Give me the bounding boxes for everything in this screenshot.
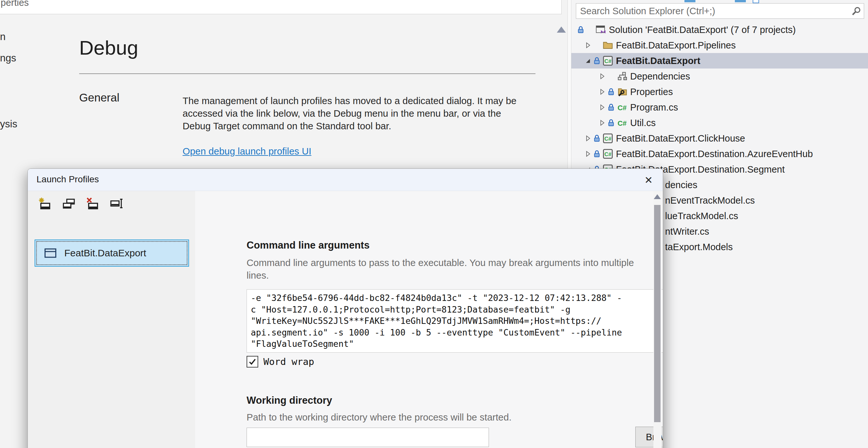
command-line-arguments-textarea[interactable]: -e "32f6be54-6796-44dd-bc82-f4824b0da13c… bbox=[247, 289, 663, 353]
tree-row-label: lueTrackModel.cs bbox=[665, 211, 738, 221]
csproj-icon: C# bbox=[602, 55, 613, 66]
svg-text:C#: C# bbox=[618, 119, 627, 127]
properties-icon bbox=[617, 86, 627, 97]
rename-profile-icon bbox=[110, 197, 123, 212]
lock-icon bbox=[593, 41, 601, 50]
chevron-collapsed-icon[interactable] bbox=[598, 72, 606, 81]
duplicate-profile-button[interactable] bbox=[61, 197, 76, 212]
debug-description: The management of launch profiles has mo… bbox=[183, 94, 530, 132]
tree-row-clipped[interactable]: taExport.Models bbox=[665, 239, 868, 255]
profile-list-panel: FeatBit.DataExport bbox=[28, 191, 195, 448]
csfile-icon: C# bbox=[617, 102, 627, 113]
delete-profile-icon bbox=[86, 197, 99, 212]
command-line-text: -e "32f6be54-6796-44dd-bc82-f4824b0da13c… bbox=[251, 292, 663, 304]
dialog-titlebar[interactable]: Launch Profiles ✕ bbox=[28, 169, 663, 191]
tree-row-label: taExport.Models bbox=[665, 242, 733, 252]
scroll-up-icon[interactable] bbox=[557, 27, 566, 33]
chevron-collapsed-icon[interactable] bbox=[584, 150, 592, 158]
tree-row-label: FeatBit.DataExport.ClickHouse bbox=[616, 133, 745, 144]
tree-row-label: Solution 'FeatBit.DataExport' (7 of 7 pr… bbox=[609, 25, 796, 35]
dialog-title: Launch Profiles bbox=[36, 174, 99, 185]
chevron-collapsed-icon[interactable] bbox=[584, 41, 592, 50]
toolbar-fragment bbox=[753, 0, 759, 3]
chevron-collapsed-icon[interactable] bbox=[598, 88, 606, 96]
tree-row-label: Util.cs bbox=[630, 118, 656, 128]
command-line-text: "FlagValueToSegment" bbox=[251, 338, 663, 350]
properties-nav-item-fragment[interactable]: ngs bbox=[0, 52, 16, 64]
svg-text:C#: C# bbox=[604, 151, 612, 157]
breadcrumb-bar: perties bbox=[0, 0, 562, 14]
tree-row-label: FeatBit.DataExport.Pipelines bbox=[616, 40, 736, 51]
word-wrap-row: Word wrap bbox=[247, 355, 314, 368]
delete-profile-button[interactable] bbox=[85, 197, 100, 212]
profile-toolbar bbox=[37, 197, 124, 212]
svg-text:C#: C# bbox=[604, 58, 612, 64]
word-wrap-label: Word wrap bbox=[264, 356, 314, 367]
profile-list: FeatBit.DataExport bbox=[35, 240, 189, 267]
close-icon[interactable]: ✕ bbox=[641, 173, 656, 187]
folder-icon bbox=[602, 40, 613, 51]
lock-icon bbox=[607, 88, 615, 96]
properties-nav-item-fragment[interactable]: n bbox=[0, 31, 5, 43]
new-profile-button[interactable] bbox=[37, 197, 52, 212]
search-icon[interactable] bbox=[851, 6, 861, 17]
page-title: Debug bbox=[79, 36, 138, 59]
tree-row-label: FeatBit.DataExport bbox=[616, 56, 700, 66]
command-line-text: c "Host=127.0.0.1;Protocol=http;Port=812… bbox=[251, 304, 663, 316]
tree-row[interactable]: FeatBit.DataExport.Pipelines bbox=[571, 37, 868, 53]
csproj-icon: C# bbox=[602, 133, 613, 144]
dependencies-icon bbox=[617, 71, 627, 82]
tree-row-label: Properties bbox=[630, 87, 673, 97]
rename-profile-button[interactable] bbox=[109, 197, 124, 212]
chevron-collapsed-icon[interactable] bbox=[598, 103, 606, 112]
open-launch-profiles-link[interactable]: Open debug launch profiles UI bbox=[183, 146, 312, 157]
scroll-up-icon[interactable] bbox=[654, 194, 661, 199]
scrollbar-thumb[interactable] bbox=[654, 205, 660, 422]
chevron-collapsed-icon[interactable] bbox=[584, 134, 592, 143]
tree-row-label: dencies bbox=[665, 180, 698, 190]
tree-row[interactable]: Dependencies bbox=[571, 68, 868, 84]
csproj-icon: C# bbox=[602, 148, 613, 159]
tree-row-label: nEventTrackModel.cs bbox=[665, 195, 755, 206]
tree-row[interactable]: C#FeatBit.DataExport.ClickHouse bbox=[571, 130, 868, 146]
lock-icon bbox=[607, 119, 615, 127]
lock-icon bbox=[593, 134, 601, 143]
tree-row-clipped[interactable]: ntWriter.cs bbox=[665, 224, 868, 239]
tree-row[interactable]: C#FeatBit.DataExport bbox=[571, 53, 868, 68]
tree-row[interactable]: C#FeatBit.DataExport.Destination.AzureEv… bbox=[571, 146, 868, 161]
chevron-collapsed-icon[interactable] bbox=[598, 119, 606, 127]
csfile-icon: C# bbox=[617, 117, 627, 128]
properties-nav-item-fragment[interactable]: ysis bbox=[0, 118, 17, 130]
lock-icon bbox=[593, 150, 601, 158]
toolbar-fragment bbox=[684, 0, 695, 2]
tree-row-clipped[interactable]: lueTrackModel.cs bbox=[665, 208, 868, 224]
working-directory-description: Path to the working directory where the … bbox=[247, 411, 663, 423]
tree-row[interactable]: C#Program.cs bbox=[571, 99, 868, 115]
command-line-text: api.segment.io" -s 1000 -i 100 -b 5 --ev… bbox=[251, 327, 663, 338]
lock-icon bbox=[577, 26, 585, 34]
lock-icon bbox=[607, 72, 615, 81]
tree-row-label: FeatBit.DataExport.Destination.AzureEven… bbox=[616, 149, 813, 159]
working-directory-input[interactable] bbox=[247, 428, 489, 447]
dialog-scrollbar[interactable] bbox=[653, 191, 661, 448]
tree-row[interactable]: Solution 'FeatBit.DataExport' (7 of 7 pr… bbox=[571, 22, 868, 37]
tree-row[interactable]: Properties bbox=[571, 84, 868, 99]
word-wrap-checkbox[interactable] bbox=[247, 356, 258, 367]
tree-row[interactable]: C#Util.cs bbox=[571, 115, 868, 130]
solution-icon bbox=[595, 24, 606, 35]
search-box bbox=[576, 3, 864, 19]
profile-settings-panel: Command line arguments Command line argu… bbox=[195, 191, 663, 448]
launch-profiles-dialog: Launch Profiles ✕ FeatBit.DataExport Com… bbox=[28, 169, 663, 448]
chevron-expanded-icon[interactable] bbox=[584, 57, 592, 65]
lock-icon bbox=[607, 103, 615, 112]
search-input[interactable] bbox=[580, 4, 839, 19]
spacer bbox=[586, 26, 594, 34]
tree-row-clipped[interactable]: dencies bbox=[665, 177, 868, 192]
tree-row-label: Dependencies bbox=[630, 71, 690, 82]
command-line-arguments-description: Command line arguments to pass to the ex… bbox=[247, 256, 647, 281]
new-profile-icon bbox=[38, 197, 52, 212]
profile-list-item[interactable]: FeatBit.DataExport bbox=[35, 240, 189, 267]
breadcrumb: perties bbox=[1, 0, 29, 8]
profile-item-label: FeatBit.DataExport bbox=[64, 247, 146, 259]
tree-row-clipped[interactable]: nEventTrackModel.cs bbox=[665, 192, 868, 208]
